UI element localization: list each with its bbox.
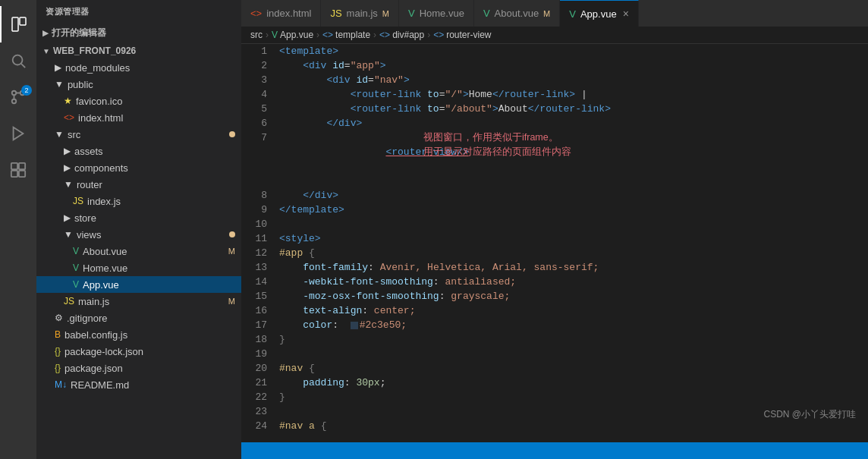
- line-num: 13: [241, 260, 279, 275]
- annotation-line-2: 用于显示对应路径的页面组件内容: [423, 145, 571, 159]
- source-control-badge: 2: [21, 85, 32, 96]
- tree-item-gitignore[interactable]: ⚙ .gitignore: [36, 310, 241, 326]
- tag-crumb-icon: <>: [379, 30, 390, 40]
- chevron-right-icon: ▶: [42, 29, 49, 37]
- annotation: 视图窗口，作用类似于iframe。 用于显示对应路径的页面组件内容: [423, 130, 571, 159]
- tree-item-store[interactable]: ▶ store: [36, 209, 241, 226]
- tree-item-assets[interactable]: ▶ assets: [36, 143, 241, 159]
- line-content: [279, 217, 868, 231]
- code-line-13: 13 font-family: Avenir, Helvetica, Arial…: [241, 260, 868, 275]
- tree-item-about-vue[interactable]: V About.vue M: [36, 243, 241, 259]
- modified-badge: M: [228, 247, 235, 256]
- item-label: App.vue: [83, 279, 119, 291]
- modified-badge: M: [228, 297, 235, 306]
- tab-index-html[interactable]: <> index.html: [241, 0, 321, 27]
- js-icon: JS: [73, 196, 83, 206]
- source-control-icon[interactable]: 2: [0, 79, 36, 115]
- search-icon[interactable]: [0, 42, 36, 79]
- tab-label: About.vue: [495, 8, 539, 19]
- chevron-down-icon: ▼: [42, 47, 50, 55]
- line-content: color: #2c3e50;: [279, 318, 868, 332]
- tree-item-favicon[interactable]: ★ favicon.ico: [36, 93, 241, 109]
- line-content: <div id="app">: [279, 58, 868, 73]
- tree-item-src[interactable]: ▼ src: [36, 126, 241, 143]
- code-line-10: 10: [241, 217, 868, 231]
- line-content: <template>: [279, 44, 868, 58]
- code-line-5: 5 <router-link to="/about">About</router…: [241, 102, 868, 116]
- svg-point-6: [12, 99, 17, 104]
- tab-close-button[interactable]: ×: [623, 8, 629, 20]
- line-num: 17: [241, 318, 279, 332]
- tab-home-vue[interactable]: V Home.vue: [399, 0, 474, 27]
- line-num: 14: [241, 275, 279, 289]
- svg-rect-10: [11, 171, 17, 177]
- tab-main-js[interactable]: JS main.js M: [321, 0, 399, 27]
- extensions-icon[interactable]: [0, 152, 36, 188]
- tree-item-package-lock[interactable]: {} package-lock.json: [36, 343, 241, 360]
- item-label: node_modules: [65, 62, 130, 74]
- folder-open-icon: ▼: [64, 229, 73, 240]
- debug-icon[interactable]: [0, 115, 36, 152]
- tree-item-router[interactable]: ▼ router: [36, 176, 241, 193]
- line-content: #nav {: [279, 361, 868, 376]
- code-line-20: 20 #nav {: [241, 361, 868, 376]
- modified-dot: [229, 231, 235, 237]
- line-content: -moz-osx-font-smoothing: grayscale;: [279, 289, 868, 303]
- tree-item-node-modules[interactable]: ▶ node_modules: [36, 59, 241, 76]
- tree-item-views[interactable]: ▼ views: [36, 226, 241, 243]
- code-line-3: 3 <div id="nav">: [241, 73, 868, 87]
- line-num: 5: [241, 102, 279, 116]
- line-num: 23: [241, 404, 279, 419]
- breadcrumb-sep: ›: [427, 30, 430, 40]
- tree-item-index-html[interactable]: <> index.html: [36, 109, 241, 126]
- line-content: #app {: [279, 246, 868, 260]
- line-num: 8: [241, 188, 279, 203]
- line-num: 22: [241, 390, 279, 404]
- svg-rect-0: [12, 17, 18, 31]
- project-section[interactable]: ▼ WEB_FRONT_0926: [36, 42, 241, 59]
- line-num: 21: [241, 376, 279, 390]
- tree-item-babel-config[interactable]: B babel.config.js: [36, 326, 241, 343]
- line-content: }: [279, 332, 868, 347]
- tab-label: index.html: [266, 8, 311, 19]
- tree-item-package-json[interactable]: {} package.json: [36, 360, 241, 376]
- item-label: components: [74, 162, 128, 174]
- code-editor[interactable]: 1 <template> 2 <div id="app"> 3 <div id=…: [241, 44, 868, 442]
- item-label: package-lock.json: [64, 346, 143, 357]
- tab-label: App.vue: [580, 8, 617, 20]
- tab-app-vue[interactable]: V App.vue ×: [560, 0, 639, 27]
- explorer-icon[interactable]: [0, 6, 36, 42]
- code-line-19: 19: [241, 347, 868, 361]
- line-num: 11: [241, 231, 279, 246]
- breadcrumb: src › V App.vue › <> template › <> div#a…: [241, 27, 868, 44]
- item-label: package.json: [64, 363, 123, 374]
- item-label: README.md: [71, 379, 129, 391]
- tab-about-vue[interactable]: V About.vue M: [474, 0, 560, 27]
- folder-icon: ▶: [55, 62, 61, 73]
- folder-icon: ▶: [64, 162, 71, 173]
- item-label: main.js: [78, 296, 109, 307]
- tree-item-components[interactable]: ▶ components: [36, 159, 241, 176]
- tree-item-home-vue[interactable]: V Home.vue: [36, 259, 241, 276]
- code-lines: 1 <template> 2 <div id="app"> 3 <div id=…: [241, 44, 868, 433]
- tree-item-router-index[interactable]: JS index.js: [36, 193, 241, 209]
- tree-item-app-vue[interactable]: V App.vue: [36, 276, 241, 293]
- code-line-22: 22 }: [241, 390, 868, 404]
- tree-item-readme[interactable]: M↓ README.md: [36, 376, 241, 393]
- code-line-8: 8 </div>: [241, 188, 868, 203]
- folder-open-icon: ▼: [64, 179, 73, 190]
- tag-crumb-icon: <>: [322, 30, 333, 40]
- code-line-15: 15 -moz-osx-font-smoothing: grayscale;: [241, 289, 868, 303]
- code-line-7: 7 <router-view/> 视图窗口，作用类似于iframe。 用于显示对…: [241, 130, 868, 188]
- code-line-9: 9 </template>: [241, 203, 868, 217]
- line-content: </div>: [279, 116, 868, 130]
- tree-item-public[interactable]: ▼ public: [36, 76, 241, 93]
- open-editors-section[interactable]: ▶ 打开的编辑器: [36, 24, 241, 42]
- tree-item-main-js[interactable]: JS main.js M: [36, 293, 241, 310]
- line-num: 19: [241, 347, 279, 361]
- line-content: <router-link to="/about">About</router-l…: [279, 102, 868, 116]
- babel-icon: B: [55, 329, 61, 340]
- md-icon: M↓: [55, 379, 67, 390]
- code-line-14: 14 -webkit-font-smoothing: antialiased;: [241, 275, 868, 289]
- vue-tab-icon: V: [569, 8, 576, 20]
